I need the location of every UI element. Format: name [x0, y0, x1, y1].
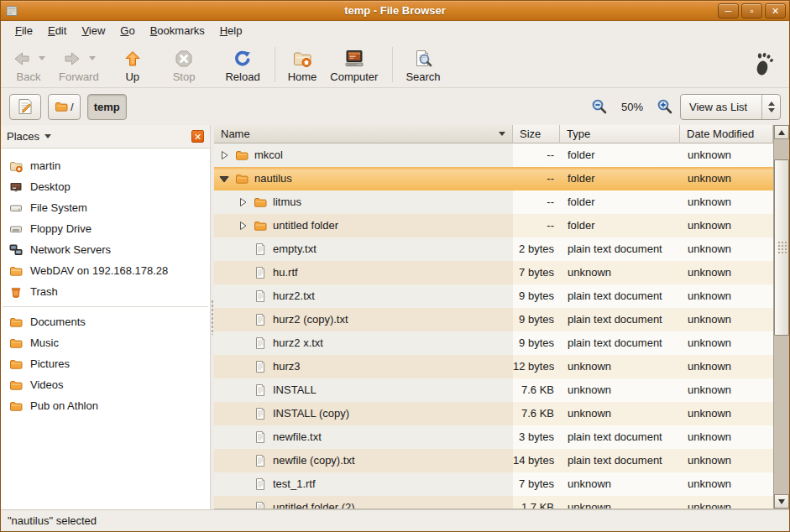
- search-button[interactable]: Search: [400, 45, 446, 84]
- file-type-icon: [254, 360, 267, 373]
- back-button[interactable]: Back: [6, 45, 51, 84]
- file-size: 3 bytes: [513, 425, 560, 449]
- table-row[interactable]: untitled folder -- folder unknown: [214, 214, 773, 237]
- table-row[interactable]: litmus -- folder unknown: [214, 190, 773, 214]
- expander-icon[interactable]: [237, 314, 249, 326]
- table-row[interactable]: mkcol -- folder unknown: [214, 143, 773, 167]
- table-row[interactable]: INSTALL (copy) 7.6 KB unknown unknown: [214, 402, 773, 425]
- home-button[interactable]: Home: [282, 45, 323, 84]
- expander-icon[interactable]: [237, 384, 249, 396]
- expander-icon[interactable]: [237, 267, 249, 279]
- expander-icon[interactable]: [218, 149, 230, 161]
- table-row[interactable]: empty.txt 2 bytes plain text document un…: [214, 237, 773, 261]
- minimize-button[interactable]: ─: [718, 3, 739, 18]
- maximize-button[interactable]: ▫: [741, 3, 762, 18]
- place-label: Pictures: [30, 357, 70, 370]
- file-type: plain text document: [560, 425, 680, 449]
- view-mode-select[interactable]: View as List: [680, 94, 781, 120]
- table-row[interactable]: nautilus -- folder unknown: [214, 167, 773, 190]
- up-button[interactable]: Up: [117, 45, 149, 84]
- sidebar-item-network-servers[interactable]: Network Servers: [1, 239, 210, 260]
- table-row[interactable]: INSTALL 7.6 KB unknown unknown: [214, 378, 773, 402]
- file-size: 1.7 KB: [513, 496, 560, 509]
- scroll-down-button[interactable]: [774, 494, 789, 509]
- scroll-up-button[interactable]: [774, 125, 789, 139]
- table-row[interactable]: hurz2.txt 9 bytes plain text document un…: [214, 284, 773, 308]
- forward-button[interactable]: Forward: [53, 45, 105, 84]
- sidebar-item-documents[interactable]: Documents: [1, 311, 210, 332]
- expander-icon[interactable]: [237, 455, 249, 467]
- scrollbar-trough[interactable]: [774, 139, 789, 494]
- forward-dropdown-chevron[interactable]: [89, 56, 96, 60]
- file-type-icon: [235, 149, 249, 162]
- places-selector[interactable]: Places: [7, 130, 51, 143]
- column-header-size[interactable]: Size: [513, 125, 560, 143]
- menu-go[interactable]: Go: [112, 21, 142, 41]
- expander-icon[interactable]: [218, 173, 230, 185]
- table-row[interactable]: newfile (copy).txt 14 bytes plain text d…: [214, 449, 773, 472]
- sidebar-item-martin[interactable]: martin: [1, 155, 210, 176]
- expander-icon[interactable]: [237, 337, 249, 349]
- expander-icon[interactable]: [237, 478, 249, 490]
- table-row[interactable]: hurz3 12 bytes unknown unknown: [214, 355, 773, 378]
- menu-help[interactable]: Help: [212, 21, 250, 41]
- column-header-type[interactable]: Type: [560, 125, 680, 143]
- sidebar-item-desktop[interactable]: Desktop: [1, 176, 210, 197]
- close-button[interactable]: ✕: [765, 3, 786, 18]
- table-row[interactable]: test_1.rtf 7 bytes unknown unknown: [214, 472, 773, 496]
- column-header-date-modified[interactable]: Date Modified: [680, 125, 773, 143]
- menu-bookmarks[interactable]: Bookmarks: [143, 21, 212, 41]
- menu-edit[interactable]: Edit: [40, 21, 74, 41]
- expander-icon[interactable]: [237, 196, 249, 208]
- sidebar-item-pub-on-athlon[interactable]: Pub on Athlon: [1, 395, 210, 416]
- expander-icon[interactable]: [237, 502, 249, 509]
- table-row[interactable]: hurz2 (copy).txt 9 bytes plain text docu…: [214, 308, 773, 331]
- menu-view[interactable]: View: [74, 21, 112, 41]
- place-icon: [9, 316, 23, 329]
- file-date-modified: unknown: [680, 331, 773, 355]
- computer-button[interactable]: Computer: [324, 45, 384, 84]
- back-dropdown-chevron[interactable]: [39, 56, 45, 60]
- sidebar-item-floppy-drive[interactable]: Floppy Drive: [1, 218, 210, 239]
- root-path-button[interactable]: /: [48, 94, 81, 120]
- titlebar[interactable]: temp - File Browser ─ ▫ ✕: [1, 1, 789, 21]
- sidebar-item-file-system[interactable]: File System: [1, 197, 210, 218]
- expander-icon[interactable]: [237, 361, 249, 373]
- up-label: Up: [125, 70, 139, 83]
- menu-file[interactable]: File: [8, 21, 40, 41]
- table-row[interactable]: untitled folder (2) 1.7 KB unknown unkno…: [214, 496, 773, 509]
- pane-splitter[interactable]: [211, 125, 214, 509]
- sidebar-item-pictures[interactable]: Pictures: [1, 353, 210, 374]
- file-type-icon: [254, 289, 267, 303]
- reload-button[interactable]: Reload: [219, 45, 265, 84]
- sidebar-item-videos[interactable]: Videos: [1, 374, 210, 395]
- zoom-out-icon[interactable]: [591, 98, 608, 115]
- current-path-button[interactable]: temp: [87, 94, 127, 120]
- file-size: 9 bytes: [513, 331, 560, 355]
- expander-icon[interactable]: [237, 408, 249, 420]
- back-arrow-icon: [12, 49, 32, 69]
- column-header-name[interactable]: Name: [214, 125, 513, 143]
- expander-icon[interactable]: [237, 290, 249, 302]
- edit-location-button[interactable]: [9, 94, 41, 120]
- vertical-scrollbar[interactable]: [773, 125, 789, 509]
- scrollbar-thumb[interactable]: [774, 159, 789, 336]
- file-name: litmus: [273, 190, 301, 214]
- place-icon: [9, 285, 23, 299]
- zoom-in-icon[interactable]: [657, 98, 673, 115]
- sidebar-item-music[interactable]: Music: [1, 332, 210, 353]
- file-type-icon: [254, 196, 267, 209]
- sidebar-item-webdav-on-192-168-178-28[interactable]: WebDAV on 192.168.178.28: [1, 260, 210, 281]
- expander-icon[interactable]: [237, 243, 249, 255]
- table-row[interactable]: hu.rtf 7 bytes unknown unknown: [214, 261, 773, 284]
- stop-button[interactable]: Stop: [167, 45, 201, 84]
- file-date-modified: unknown: [680, 284, 773, 308]
- expander-icon[interactable]: [237, 220, 249, 232]
- table-row[interactable]: newfile.txt 3 bytes plain text document …: [214, 425, 773, 449]
- table-row[interactable]: hurz2 x.txt 9 bytes plain text document …: [214, 331, 773, 355]
- place-icon: [9, 336, 23, 350]
- sidebar-item-trash[interactable]: Trash: [1, 281, 210, 302]
- expander-icon[interactable]: [237, 431, 249, 443]
- toolbar-separator: [392, 47, 393, 82]
- close-sidebar-button[interactable]: ✕: [191, 130, 204, 143]
